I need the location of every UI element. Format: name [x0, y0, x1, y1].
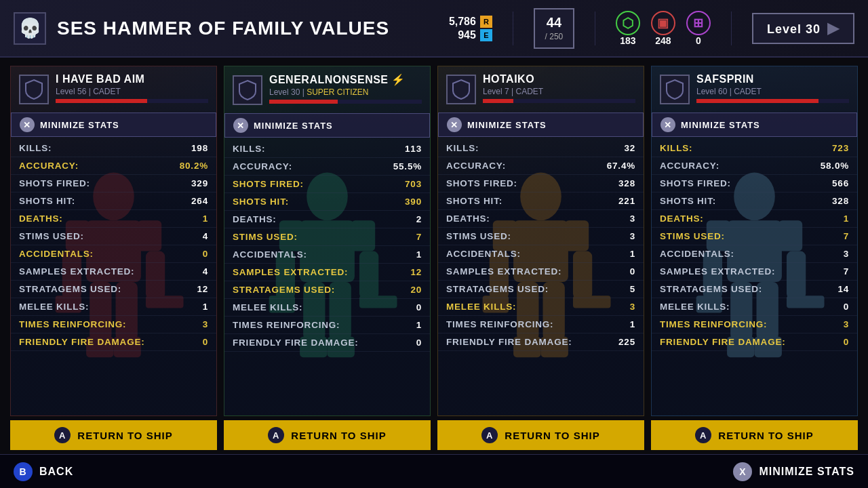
stat-label: ACCURACY:: [233, 161, 292, 171]
stat-value: 0: [844, 337, 849, 347]
stat-label: STRATAGEMS USED:: [446, 284, 549, 294]
medals-value: 945: [458, 29, 476, 41]
stat-label: MELEE KILLS:: [660, 302, 730, 312]
stat-label: DEATHS:: [233, 214, 277, 224]
stat-label: STIMS USED:: [19, 231, 84, 241]
stat-value: 1: [203, 302, 208, 312]
stat-label: ACCURACY:: [660, 161, 719, 171]
stat-row-1: ACCURACY:80.2%: [11, 157, 216, 175]
x-icon: ✕: [233, 118, 248, 133]
player-2-info: hotaikoLevel 7 | CADET: [483, 73, 635, 106]
stat-value: 264: [191, 196, 208, 206]
back-button[interactable]: B BACK: [14, 462, 73, 481]
stat-value: 113: [405, 144, 422, 154]
stat-row-5: STIMS USED:7: [652, 228, 857, 245]
stat-label: KILLS:: [19, 143, 52, 153]
stat-row-4: DEATHS:3: [438, 210, 644, 228]
stat-value: 67.4%: [607, 161, 635, 171]
stat-row-7: SAMPLES EXTRACTED:4: [11, 263, 216, 281]
return-button-1[interactable]: ARETURN TO SHIP: [224, 420, 431, 450]
player-3-minimize-button[interactable]: ✕MINIMIZE STATS: [652, 113, 857, 137]
stat-row-10: TIMES REINFORCING:1: [438, 316, 644, 333]
stat-row-11: FRIENDLY FIRE DAMAGE:0: [11, 333, 216, 351]
player-1-shield-icon: [233, 75, 262, 105]
player-0-minimize-button[interactable]: ✕MINIMIZE STATS: [11, 113, 216, 137]
stat-row-10: TIMES REINFORCING:1: [224, 317, 430, 334]
stat-label: TIMES REINFORCING:: [233, 320, 340, 330]
stat-value: 328: [618, 178, 635, 188]
req-points: 5,786 R: [449, 16, 492, 28]
player-1-stats: KILLS:113ACCURACY:55.5%SHOTS FIRED:703SH…: [224, 138, 430, 354]
stat-row-1: ACCURACY:58.0%: [652, 157, 857, 175]
stat-label: MELEE KILLS:: [233, 302, 302, 312]
stat-row-0: KILLS:723: [652, 140, 857, 157]
stat-label: SHOTS HIT:: [660, 196, 716, 206]
req-icon: R: [480, 16, 492, 28]
stat-value: 3: [203, 319, 208, 329]
stat-row-5: STIMS USED:4: [11, 228, 216, 245]
player-1-minimize-button[interactable]: ✕MINIMIZE STATS: [224, 113, 430, 138]
header: 💀 SES Hammer of Family Values 5,786 R 94…: [0, 0, 868, 58]
player-2-header: hotaikoLevel 7 | CADET: [438, 66, 644, 113]
stat-label: SAMPLES EXTRACTED:: [660, 266, 775, 277]
resource-panel: 5,786 R 945 E 44 / 250 ⬡ 183 ▣ 248: [449, 8, 854, 49]
stat-row-0: KILLS:113: [224, 140, 430, 158]
stat-label: SHOTS HIT:: [233, 197, 289, 207]
a-button-icon: A: [695, 427, 711, 443]
stat-label: ACCIDENTALS:: [446, 249, 521, 259]
stat-value: 55.5%: [393, 161, 422, 171]
return-buttons-row: ARETURN TO SHIPARETURN TO SHIPARETURN TO…: [0, 416, 868, 454]
stat-value: 0: [416, 302, 422, 312]
stat-value: 7: [416, 232, 422, 242]
stat-label: ACCURACY:: [446, 161, 506, 171]
stat-row-3: SHOTS HIT:221: [438, 192, 644, 210]
stat-value: 703: [405, 179, 422, 189]
return-button-3[interactable]: ARETURN TO SHIP: [651, 420, 858, 450]
return-label: RETURN TO SHIP: [718, 430, 813, 441]
return-label: RETURN TO SHIP: [505, 430, 599, 441]
player-2-minimize-button[interactable]: ✕MINIMIZE STATS: [438, 113, 644, 137]
stat-label: DEATHS:: [660, 214, 704, 224]
return-button-2[interactable]: ARETURN TO SHIP: [437, 420, 644, 450]
player-0-info: I have bad aimLevel 56 | CADET: [56, 73, 208, 106]
stat-row-7: SAMPLES EXTRACTED:7: [652, 263, 857, 281]
stat-row-0: KILLS:32: [438, 140, 644, 157]
mission-total: / 250: [545, 32, 564, 41]
stat-value: 723: [832, 143, 849, 153]
stat-value: 3: [630, 214, 635, 224]
green-icon: ⬡: [616, 11, 640, 35]
a-button-icon: A: [268, 427, 284, 443]
stat-label: MELEE KILLS:: [446, 302, 516, 312]
a-button-icon: A: [54, 427, 71, 443]
stat-label: FRIENDLY FIRE DAMAGE:: [19, 337, 145, 347]
stat-value: 1: [416, 249, 422, 260]
stat-row-10: TIMES REINFORCING:3: [11, 316, 216, 333]
purple-icon: ⊞: [686, 11, 711, 35]
minimize-all-label: MINIMIZE STATS: [759, 466, 854, 478]
player-1-rank: Level 30 | SUPER CITIZEN: [269, 87, 422, 97]
req-value: 5,786: [449, 16, 476, 28]
stat-value: 12: [410, 267, 422, 277]
player-card-0: I have bad aimLevel 56 | CADET✕MINIMIZE …: [10, 66, 217, 416]
stat-label: STIMS USED:: [660, 231, 725, 241]
a-button-icon: A: [481, 427, 498, 443]
player-3-rank: Level 60 | CADET: [696, 87, 849, 96]
stat-label: SAMPLES EXTRACTED:: [233, 267, 348, 277]
stat-row-5: STIMS USED:3: [438, 228, 644, 245]
stat-value: 4: [203, 231, 208, 241]
stat-value: 0: [203, 337, 208, 347]
purple-stat: ⊞ 0: [686, 11, 711, 46]
stat-value: 7: [844, 266, 849, 277]
stat-label: DEATHS:: [19, 214, 63, 224]
stat-label: MELEE KILLS:: [19, 302, 89, 312]
stat-row-2: SHOTS FIRED:703: [224, 176, 430, 193]
stat-row-2: SHOTS FIRED:566: [652, 175, 857, 192]
return-button-0[interactable]: ARETURN TO SHIP: [10, 420, 217, 450]
stat-row-8: STRATAGEMS USED:12: [11, 281, 216, 298]
player-3-info: SafsprinLevel 60 | CADET: [696, 73, 849, 106]
minimize-all-button[interactable]: X MINIMIZE STATS: [733, 462, 854, 481]
return-label: RETURN TO SHIP: [291, 430, 386, 441]
divider2: [595, 12, 595, 45]
stat-row-9: MELEE KILLS:0: [224, 299, 430, 317]
stat-row-3: SHOTS HIT:390: [224, 193, 430, 211]
